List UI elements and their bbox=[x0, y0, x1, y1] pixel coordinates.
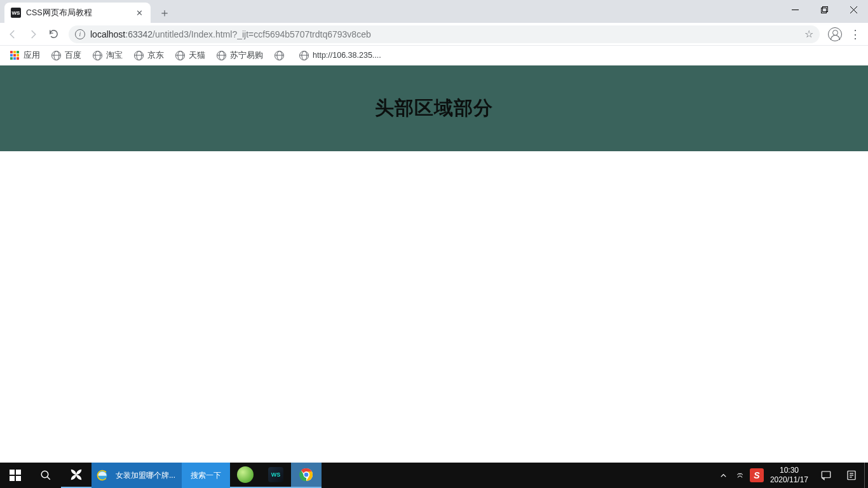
apps-grid-icon bbox=[10, 51, 19, 60]
globe-icon bbox=[217, 51, 226, 60]
new-tab-button[interactable]: ＋ bbox=[156, 4, 173, 22]
window-maximize-button[interactable] bbox=[810, 0, 839, 19]
app-360-icon bbox=[237, 466, 254, 483]
bookmark-label: 淘宝 bbox=[106, 50, 123, 61]
window-controls bbox=[780, 0, 868, 19]
windows-taskbar: 女装加盟哪个牌... 搜索一下 WS S 10:30 2020/11/17 bbox=[0, 463, 868, 488]
svg-rect-5 bbox=[10, 470, 15, 475]
taskbar-app-webstorm[interactable]: WS bbox=[261, 463, 291, 488]
taskbar-clock[interactable]: 10:30 2020/11/17 bbox=[765, 466, 813, 485]
svg-rect-7 bbox=[10, 476, 15, 481]
search-button[interactable] bbox=[31, 463, 61, 488]
globe-icon bbox=[275, 51, 284, 60]
bookmark-item[interactable]: http://106.38.235.... bbox=[294, 47, 386, 64]
bookmark-label: 天猫 bbox=[189, 50, 205, 61]
bookmark-star-icon[interactable]: ☆ bbox=[804, 28, 813, 40]
window-minimize-button[interactable] bbox=[780, 0, 810, 19]
tray-ime-icon[interactable]: S bbox=[749, 463, 765, 488]
browser-toolbar: i localhost:63342/untitled3/Index.html?_… bbox=[0, 23, 868, 46]
tray-network-icon[interactable] bbox=[732, 463, 749, 488]
bookmark-item[interactable]: 京东 bbox=[129, 47, 169, 64]
svg-point-9 bbox=[41, 471, 48, 478]
tab-title: CSS网页布局教程 bbox=[26, 8, 129, 18]
browser-menu-button[interactable]: ⋮ bbox=[846, 25, 864, 43]
svg-rect-2 bbox=[822, 6, 827, 11]
page-header-title: 头部区域部分 bbox=[375, 95, 493, 121]
bookmark-label: 苏宁易购 bbox=[230, 50, 263, 61]
address-bar[interactable]: i localhost:63342/untitled3/Index.html?_… bbox=[69, 25, 820, 43]
svg-rect-6 bbox=[16, 470, 21, 475]
ie-window-title: 女装加盟哪个牌... bbox=[113, 463, 182, 488]
bookmark-item[interactable]: 苏宁易购 bbox=[212, 47, 268, 64]
apps-label: 应用 bbox=[24, 50, 40, 61]
clock-date: 2020/11/17 bbox=[770, 475, 808, 485]
globe-icon bbox=[134, 51, 144, 60]
nav-forward-button[interactable] bbox=[24, 25, 42, 43]
clock-time: 10:30 bbox=[770, 466, 808, 475]
url-host: localhost bbox=[90, 29, 125, 39]
action-center-button[interactable] bbox=[813, 463, 839, 488]
url-path: /untitled3/Index.html?_ijt=ccf5694b5707t… bbox=[153, 29, 371, 39]
tray-overflow-button[interactable] bbox=[715, 463, 732, 488]
nav-back-button[interactable] bbox=[4, 25, 22, 43]
svg-rect-8 bbox=[16, 476, 21, 481]
webstorm-icon: WS bbox=[268, 467, 283, 482]
start-button[interactable] bbox=[0, 463, 31, 488]
chrome-icon bbox=[299, 468, 313, 482]
taskbar-app-pinwheel[interactable] bbox=[61, 463, 92, 488]
bookmarks-bar: 应用 百度 淘宝 京东 天猫 苏宁易购 http://106.38.235...… bbox=[0, 46, 868, 65]
site-info-icon[interactable]: i bbox=[75, 29, 85, 39]
taskbar-app-chrome[interactable] bbox=[291, 463, 322, 488]
sogou-icon: S bbox=[750, 468, 764, 482]
nav-reload-button[interactable] bbox=[44, 25, 62, 43]
bookmark-label: 京东 bbox=[147, 50, 164, 61]
taskbar-app-ie-window[interactable]: 女装加盟哪个牌... 搜索一下 bbox=[92, 463, 230, 488]
avatar-icon bbox=[828, 27, 842, 41]
profile-avatar-button[interactable] bbox=[826, 25, 844, 43]
apps-shortcut[interactable]: 应用 bbox=[5, 47, 45, 64]
window-close-button[interactable] bbox=[839, 0, 868, 19]
system-tray: S 10:30 2020/11/17 bbox=[715, 463, 868, 488]
show-desktop-button[interactable] bbox=[864, 463, 868, 488]
tab-favicon: WS bbox=[11, 8, 21, 18]
globe-icon bbox=[299, 51, 309, 60]
bookmark-label: http://106.38.235.... bbox=[313, 51, 381, 60]
close-tab-icon[interactable]: ✕ bbox=[134, 8, 144, 18]
globe-icon bbox=[51, 51, 61, 60]
globe-icon bbox=[93, 51, 102, 60]
notes-button[interactable] bbox=[839, 463, 864, 488]
bookmark-item[interactable] bbox=[269, 47, 293, 64]
svg-rect-1 bbox=[821, 8, 826, 13]
svg-line-10 bbox=[47, 477, 50, 480]
bookmark-item[interactable]: 天猫 bbox=[170, 47, 210, 64]
url-text: localhost:63342/untitled3/Index.html?_ij… bbox=[90, 29, 371, 39]
bookmark-label: 百度 bbox=[65, 50, 81, 61]
browser-tab-strip: WS CSS网页布局教程 ✕ ＋ bbox=[0, 0, 868, 23]
browser-tab[interactable]: WS CSS网页布局教程 ✕ bbox=[4, 3, 151, 23]
url-port: :63342 bbox=[125, 29, 153, 39]
ie-search-button[interactable]: 搜索一下 bbox=[182, 463, 230, 488]
bookmark-item[interactable]: 淘宝 bbox=[88, 47, 128, 64]
bookmark-item[interactable]: 百度 bbox=[46, 47, 86, 64]
taskbar-app-360[interactable] bbox=[230, 463, 261, 488]
globe-icon bbox=[175, 51, 185, 60]
ie-icon bbox=[92, 463, 113, 488]
page-header-section: 头部区域部分 bbox=[0, 65, 868, 151]
page-viewport: 头部区域部分 bbox=[0, 65, 868, 463]
svg-rect-16 bbox=[822, 471, 831, 478]
